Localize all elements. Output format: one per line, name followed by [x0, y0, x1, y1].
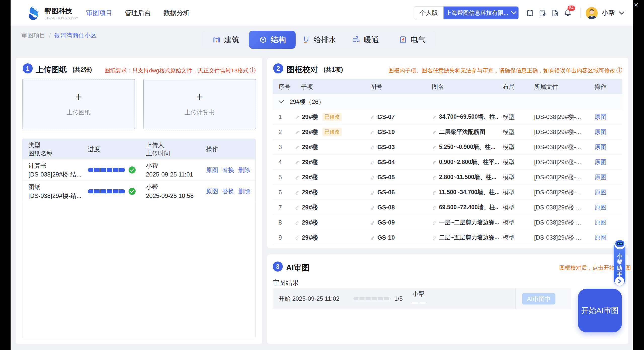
figure-no-cell[interactable]: GS-08 [370, 204, 432, 211]
progress-bar [88, 189, 125, 193]
subitem-cell[interactable]: 29#楼已修改 [295, 113, 370, 121]
upload-drawing-dropzone[interactable]: + 上传图纸 [22, 79, 135, 129]
nav-data-analysis[interactable]: 数据分析 [164, 9, 190, 17]
start-ai-review-button[interactable]: 开始AI审图 [578, 289, 622, 332]
row-index: 5 [273, 174, 295, 181]
frame-table: 序号 子项 图号 图名 布局 所属文件 操作 29#楼（26） 129#楼已修改… [273, 79, 622, 245]
form-edit-icon[interactable] [539, 9, 546, 17]
tab-electrical[interactable]: 电气 [389, 31, 435, 49]
view-original-link[interactable]: 原图 [594, 234, 607, 242]
view-original-link[interactable]: 原图 [594, 113, 607, 121]
subitem-cell[interactable]: 29#楼 [295, 188, 370, 196]
layout-cell: 模型 [503, 203, 534, 211]
frame-group-row[interactable]: 29#楼（26） [273, 94, 622, 109]
tab-structure[interactable]: 结构 [249, 31, 296, 49]
brand-logo[interactable]: 帮图科技 BANGTU TECHNOLOGY [26, 5, 78, 21]
nav-review-projects[interactable]: 审图项目 [86, 9, 112, 17]
ai-reviewing-button[interactable]: AI审图中 [522, 293, 555, 304]
run-start-time: 开始 2025-09-25 11:02 [278, 295, 339, 303]
layout-cell: 模型 [503, 143, 534, 151]
subitem-cell[interactable]: 29#楼 [295, 218, 370, 227]
subitem-cell[interactable]: 29#楼 [295, 173, 370, 181]
step-3-badge: 3 [273, 261, 283, 272]
subitem-cell[interactable]: 29#楼 [295, 158, 370, 166]
figure-no-cell[interactable]: GS-09 [370, 219, 432, 226]
view-original-link[interactable]: 原图 [594, 188, 607, 196]
org-dropdown[interactable]: 上海帮图信息科技有限... [444, 7, 518, 19]
figure-name-cell[interactable]: 一层~二层剪力墙边缘... [432, 218, 503, 226]
subitem-cell[interactable]: 29#楼 [295, 234, 370, 242]
figure-name-cell[interactable]: 69.500~72.400墙、柱... [432, 203, 503, 211]
edit-pencil-icon [432, 205, 437, 210]
figure-name-cell[interactable]: 34.700~69.500墙、柱... [432, 113, 503, 121]
view-original-link[interactable]: 原图 [594, 128, 607, 136]
edit-pencil-icon [370, 190, 375, 195]
run-status: AI审图中 [515, 288, 571, 309]
figure-no-cell[interactable]: GS-10 [370, 234, 432, 241]
user-menu[interactable]: 小帮 [586, 0, 624, 26]
assistant-widget[interactable]: 小帮助手 [612, 237, 627, 287]
tab-architecture[interactable]: 建筑 [203, 31, 249, 49]
view-original-link[interactable]: 原图 [594, 143, 607, 151]
edit-pencil-icon [370, 235, 375, 240]
figure-name-cell[interactable]: 5.250~-0.900墙、柱... [432, 143, 503, 151]
figure-no-cell[interactable]: GS-05 [370, 174, 432, 181]
subitem-cell[interactable]: 29#楼已修改 [295, 128, 370, 136]
figure-name-cell[interactable]: 二层~五层剪力墙边缘... [432, 234, 503, 241]
breadcrumb-root[interactable]: 审图项目 [21, 31, 46, 39]
group-name: 29#楼（26） [290, 98, 325, 106]
replace-link[interactable]: 替换 [222, 166, 234, 174]
upload-requirements-notice: 图纸要求：只支持dwg格式原始文件，天正文件需转T3格式ⓘ [105, 66, 256, 74]
edit-pencil-icon [432, 175, 437, 180]
figure-no-cell[interactable]: GS-07 [370, 113, 432, 120]
run-operator: 小帮— — [412, 290, 426, 307]
personal-version-button[interactable]: 个人版 [414, 7, 444, 19]
view-original-link[interactable]: 原图 [206, 166, 218, 174]
edit-pencil-icon [295, 160, 300, 165]
subitem-cell[interactable]: 29#楼 [295, 203, 370, 211]
edit-pencil-icon [370, 160, 375, 165]
figure-name-cell[interactable]: 二层梁平法配筋图 [432, 128, 503, 136]
upload-calcbook-dropzone[interactable]: + 上传计算书 [143, 79, 256, 129]
assistant-expand-button[interactable] [615, 277, 624, 286]
view-original-link[interactable]: 原图 [594, 173, 607, 181]
layout-cell: 模型 [503, 158, 534, 166]
edit-pencil-icon [295, 114, 300, 119]
figure-no-cell[interactable]: GS-04 [370, 159, 432, 166]
figure-no-cell[interactable]: GS-06 [370, 189, 432, 196]
subitem-cell[interactable]: 29#楼 [295, 143, 370, 151]
row-index: 9 [273, 234, 295, 241]
replace-link[interactable]: 替换 [222, 187, 234, 195]
notifications[interactable]: 84 [564, 9, 572, 17]
figure-no-cell[interactable]: GS-19 [370, 128, 432, 136]
handbook-icon[interactable] [526, 9, 534, 17]
view-original-link[interactable]: 原图 [594, 158, 607, 166]
run-progress-bar [353, 297, 391, 300]
edit-pencil-icon [370, 175, 375, 180]
delete-link[interactable]: 删除 [238, 166, 250, 174]
breadcrumb-separator: / [49, 32, 51, 39]
delete-link[interactable]: 删除 [238, 187, 250, 195]
tab-plumbing[interactable]: 给排水 [296, 31, 342, 49]
figure-no-cell[interactable]: GS-03 [370, 144, 432, 151]
nav-admin-backend[interactable]: 管理后台 [125, 9, 151, 17]
view-original-link[interactable]: 原图 [206, 187, 218, 195]
frame-table-row: 329#楼GS-035.250~-0.900墙、柱...模型[DS-038]29… [273, 140, 622, 155]
figure-name-cell[interactable]: 11.500~34.700墙、柱... [432, 188, 503, 196]
info-icon[interactable]: ⓘ [250, 66, 256, 74]
figure-name-cell[interactable]: 2.800~11.500墙、柱... [432, 173, 503, 181]
layout-cell: 模型 [503, 218, 534, 227]
view-original-link[interactable]: 原图 [594, 203, 607, 211]
frame-panel-title: 图框校对 [287, 64, 318, 75]
figure-name-cell[interactable]: 0.900~2.800墙、柱平... [432, 158, 503, 166]
logo-icon [26, 5, 42, 21]
info-icon[interactable]: ⓘ [616, 66, 622, 74]
view-original-link[interactable]: 原图 [594, 218, 607, 227]
header-icons: 84 [526, 0, 572, 26]
window-close-button[interactable]: × [634, 1, 638, 9]
tab-hvac[interactable]: 暖通 [342, 31, 389, 49]
modified-badge: 已修改 [323, 128, 342, 136]
document-edit-icon[interactable] [551, 9, 559, 17]
tab-label: 电气 [411, 35, 426, 45]
edit-pencil-icon [432, 114, 437, 119]
